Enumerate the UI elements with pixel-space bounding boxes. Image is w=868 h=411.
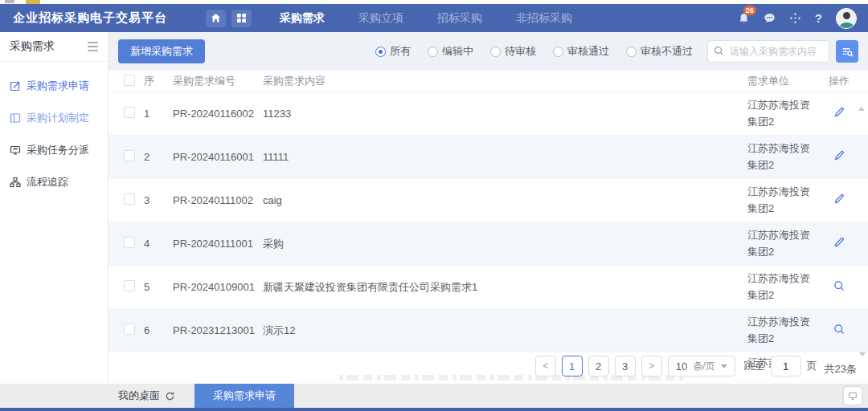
header-unit: 需求单位: [747, 73, 818, 89]
table-row: 1PR-2024011600211233江苏苏海投资集团2: [108, 92, 868, 136]
flow-icon: [10, 177, 21, 188]
row-action: [818, 280, 860, 294]
search-input[interactable]: [707, 40, 829, 63]
page-size-value: 10: [676, 360, 687, 372]
jump-page-input[interactable]: [771, 356, 801, 376]
header-seq: 序: [144, 74, 173, 88]
filter-rejected[interactable]: 审核不通过: [626, 44, 693, 59]
row-checkbox[interactable]: [124, 150, 135, 161]
sidebar-item-label: 流程追踪: [27, 175, 68, 189]
taskbar: 我的桌面 采购需求申请: [0, 384, 868, 408]
sidebar-item-label: 采购任务分派: [27, 143, 89, 157]
monitor-icon: [10, 144, 21, 156]
page-button-1[interactable]: 1: [562, 356, 583, 376]
nav-tab-non-bidding[interactable]: 非招标采购: [499, 4, 589, 32]
page-button-2[interactable]: 2: [588, 356, 609, 376]
row-checkbox[interactable]: [124, 280, 135, 291]
desktop-icon: [848, 391, 858, 401]
nav-tab-procurement-demand[interactable]: 采购需求: [263, 4, 342, 32]
row-code: PR-20240111001: [173, 238, 263, 250]
row-action: [818, 107, 860, 120]
avatar[interactable]: [836, 8, 857, 29]
four-arrows-icon: [789, 12, 801, 24]
sidebar-item-plan-make[interactable]: 采购计划制定: [0, 102, 108, 134]
advanced-search-button[interactable]: [836, 40, 858, 63]
show-desktop-button[interactable]: [844, 387, 862, 405]
row-content: 采购: [263, 237, 747, 251]
row-code: PR-20231213001: [173, 324, 263, 336]
row-content: 11233: [263, 108, 747, 120]
row-checkbox[interactable]: [124, 107, 135, 118]
total-count: 共23条: [825, 362, 857, 376]
row-checkbox[interactable]: [124, 237, 135, 248]
row-unit: 江苏苏海投资集团2: [747, 227, 818, 259]
view-icon[interactable]: [833, 324, 845, 335]
edit-icon[interactable]: [833, 193, 845, 205]
row-action: [818, 150, 860, 164]
prev-page-button[interactable]: <: [535, 356, 556, 376]
pagination: < 1 2 3 > 10 条/页 跳至 页 共23条: [535, 351, 868, 381]
row-seq: 4: [144, 238, 173, 250]
filter-pending-review[interactable]: 待审核: [490, 44, 536, 59]
row-seq: 1: [144, 108, 173, 120]
edit-icon[interactable]: [833, 237, 845, 248]
table-row: 2PR-2024011600111111江苏苏海投资集团2: [108, 136, 868, 179]
table-scrollbar[interactable]: [858, 95, 866, 360]
sidebar: 采购需求 采购需求申请 采购计划制定 采购任务分派 流程追踪: [0, 32, 108, 384]
table-row: 3PR-20240111002caig江苏苏海投资集团2: [108, 179, 868, 222]
navigate-button[interactable]: [789, 12, 801, 24]
row-action: [818, 193, 860, 207]
row-checkbox[interactable]: [124, 324, 135, 335]
page-button-3[interactable]: 3: [615, 356, 636, 376]
view-icon[interactable]: [833, 280, 845, 291]
row-code: PR-20240116001: [173, 151, 263, 163]
search-icon: [714, 46, 724, 56]
add-demand-button[interactable]: 新增采购需求: [118, 39, 205, 63]
home-button[interactable]: [206, 10, 226, 27]
select-all-checkbox[interactable]: [124, 75, 135, 86]
row-unit: 江苏苏海投资集团2: [747, 140, 818, 173]
row-content: 新疆天聚建设投资集团有限责任公司采购需求1: [263, 280, 747, 295]
page-size-select[interactable]: 10 条/页: [668, 356, 735, 376]
row-content: 演示12: [263, 324, 747, 338]
messages-button[interactable]: [764, 12, 776, 24]
collapse-sidebar-button[interactable]: [88, 42, 98, 51]
main-nav: 采购需求 采购立项 招标采购 非招标采购: [263, 4, 589, 32]
radio-icon: [553, 47, 563, 57]
sidebar-item-task-dispatch[interactable]: 采购任务分派: [0, 134, 108, 166]
bottom-edge: [0, 408, 868, 411]
sidebar-item-process-track[interactable]: 流程追踪: [0, 166, 108, 198]
sidebar-item-demand-apply[interactable]: 采购需求申请: [0, 70, 108, 102]
notifications-button[interactable]: 26: [738, 12, 750, 25]
table-header: 序 采购需求编号 采购需求内容 需求单位 操作: [108, 71, 868, 92]
row-content: caig: [263, 194, 747, 206]
filter-editing[interactable]: 编辑中: [428, 44, 473, 59]
next-page-button[interactable]: >: [641, 356, 662, 376]
row-code: PR-20240109001: [173, 281, 263, 293]
edit-icon[interactable]: [833, 150, 845, 161]
chevron-down-icon: [721, 364, 727, 372]
help-button[interactable]: ?: [815, 11, 822, 25]
filter-approved[interactable]: 审核通过: [553, 44, 609, 59]
table-row: 4PR-20240111001采购江苏苏海投资集团2: [108, 222, 868, 266]
status-filter-group: 所有 编辑中 待审核 审核通过 审核不通过: [375, 44, 693, 59]
grid-icon: [236, 13, 247, 23]
nav-tab-bidding[interactable]: 招标采购: [420, 4, 499, 32]
row-seq: 2: [144, 151, 173, 163]
radio-icon: [428, 47, 438, 57]
radio-icon: [626, 47, 637, 57]
taskbar-tab-demand-apply[interactable]: 采购需求申请: [194, 384, 294, 408]
row-seq: 6: [144, 324, 173, 336]
scroll-up-icon[interactable]: [858, 92, 865, 111]
edit-icon[interactable]: [833, 107, 845, 118]
sidebar-title: 采购需求: [10, 39, 55, 54]
filter-all[interactable]: 所有: [375, 44, 411, 59]
my-desktop-button[interactable]: 我的桌面: [118, 389, 175, 403]
nav-tab-project-setup[interactable]: 采购立项: [342, 4, 420, 32]
radio-icon: [375, 47, 386, 57]
row-unit: 江苏苏海投资集团2: [747, 184, 818, 216]
row-checkbox[interactable]: [124, 193, 135, 205]
apps-button[interactable]: [231, 10, 252, 27]
table-body: 1PR-2024011600211233江苏苏海投资集团22PR-2024011…: [108, 92, 868, 384]
notification-badge: 26: [743, 6, 756, 15]
